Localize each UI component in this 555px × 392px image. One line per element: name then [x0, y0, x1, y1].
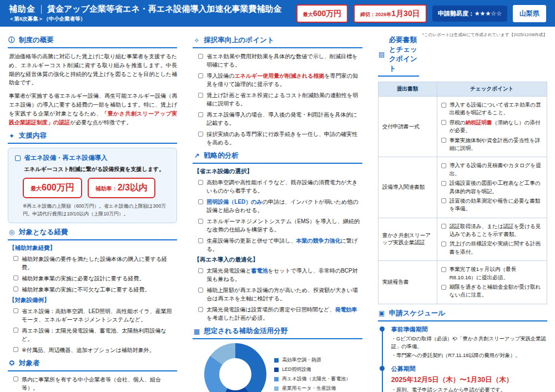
checklist-item: 設備設置後の図面や工程表など工事の具体的内容を明記。	[441, 179, 543, 195]
support-icon: ✦	[8, 132, 16, 140]
amount-pill: 最大600万円	[23, 178, 82, 198]
checkbox-icon	[441, 224, 446, 229]
section-title: 対象者	[19, 359, 40, 368]
text: 採択実績のある専門家に行政手続きを一任し、申請の確実性を高める。	[206, 131, 357, 145]
text: 太陽光発電設備は設置場所の選定や日照時間など、	[206, 306, 335, 313]
section-title: 支援内容	[19, 131, 47, 140]
text: 生産設備等の更新と併せて申請し、	[206, 238, 296, 244]
checkbox-icon	[198, 73, 203, 78]
support-card-title: 省エネ設備・再エネ設備導入	[15, 154, 170, 162]
text: 補助対象事業の実施に不可欠な工事に要する経費。	[22, 287, 150, 293]
table-row: 設備導入関連書類導入する設備の見積書やカタログを提出。設備設置後の図面や工程表な…	[378, 157, 547, 218]
support-card: 省エネ設備・再エネ設備導入 エネルギーコスト削減に繋がる設備投資を支援します。 …	[8, 148, 177, 223]
document-name-cell: 豊かさ共創スリーアップ実践企業認証	[378, 218, 437, 261]
support-pills: 最大600万円補助率：2/3以内	[23, 178, 170, 198]
text: 高効率空調や高性能ボイラなど、既存設備の消費電力が大きいものから着手する。	[206, 179, 357, 194]
checkbox-icon	[198, 180, 203, 185]
checklist-item: 採択実績のある専門家に行政手続きを一任し、申請の確実性を高める。	[198, 130, 362, 147]
pill-prefix: 補助率：	[95, 185, 118, 192]
timeline-bullet: ・GビズIDの取得（必須）や「豊かさ共創スリーアップ実践企業認証」の準備。	[391, 335, 547, 351]
text: 事業完了後1ヶ月以内（最長R8.10.16）に提出必須。	[450, 266, 517, 280]
checklist-item-text: 補助上限額が再エネ設備の方が高いため、投資額が大きい場合は再エネを主軸に検討する…	[206, 286, 362, 303]
text: 省エネ効果や費用対効果を具体的な数値で示し、削減目標を明確にする。	[206, 53, 357, 68]
info-icon: ⓘ	[8, 36, 16, 45]
subsection-heading: 【省エネ設備の選択】	[194, 168, 362, 175]
checklist-item-text: エネルギーマネジメントシステム（EMS）を導入し、継続的な改善の仕組みを構築する…	[206, 217, 362, 234]
documents-table-header-row: 提出書類 チェックポイント	[378, 82, 547, 97]
amount-pill: 補助率：2/3以内	[88, 178, 155, 198]
support-card-title-text: 省エネ設備・再エネ設備導入	[24, 154, 108, 162]
document-name-cell: 設備導入関連書類	[378, 157, 437, 218]
section-title: 採択率向上のポイント	[204, 36, 274, 45]
title-divider	[41, 5, 42, 14]
checklist-item-text: 補助対象事業の実施に必要な設計に要する経費。	[22, 274, 144, 283]
document-checks-cell: 導入する設備の見積書やカタログを提出。設備設置後の図面や工程表など工事の具体的内…	[437, 157, 547, 218]
checklist-item: 補助対象事業の実施に必要な設計に要する経費。	[13, 274, 177, 283]
checkbox-icon	[441, 242, 446, 247]
page-title: 賃金アップ企業等省エネ・再エネ設備導入加速化事業費補助金	[47, 4, 281, 14]
checklist-item: 導入する設備について省エネ効果の算出根拠を明記すること。	[441, 101, 543, 117]
page-header: 補助金 賃金アップ企業等省エネ・再エネ設備導入加速化事業費補助金 ＜第6次募集＞…	[0, 0, 555, 27]
text: 導入設備の	[206, 73, 234, 79]
category-label: 補助金	[9, 4, 36, 14]
checkbox-icon	[198, 93, 203, 98]
table-row: 実績報告書事業完了後1ヶ月以内（最長R8.10.16）に提出必須。期限を過ぎると…	[378, 261, 547, 304]
checklist-item-text: 設置後の効果測定や報告に必要な書類を準備。	[450, 197, 543, 213]
content-columns: ⓘ 制度の概要 原油価格等の高騰に対応した賃上げに取り組む事業者を支援するため、…	[0, 27, 555, 392]
legend-item: 高効率空調・熱源	[274, 357, 351, 364]
checkbox-icon	[198, 288, 203, 293]
text: 導入する設備の見積書やカタログを提出。	[450, 162, 541, 176]
checkbox-icon	[441, 163, 446, 168]
checkbox-icon	[198, 268, 203, 273]
checklist-item: 事業完了後1ヶ月以内（最長R8.10.16）に提出必須。	[441, 265, 543, 282]
document-checks-cell: 認証取得済み、または認証を受ける見込みであることを示す書類。賃上げの目標設定や実…	[437, 218, 547, 261]
max-amount-badge: 最大600万円	[296, 4, 348, 23]
checkbox-icon	[198, 132, 203, 137]
checklist-item-text: 補助対象事業の実施に不可欠な工事に要する経費。	[22, 285, 150, 294]
document-checks-cell: 事業完了後1ヶ月以内（最長R8.10.16）に提出必須。期限を過ぎると補助金全額…	[437, 261, 547, 304]
checklist-item-text: 採択実績のある専門家に行政手続きを一任し、申請の確実性を高める。	[206, 130, 362, 147]
section-title: 対象となる経費	[19, 228, 68, 237]
checklist-item-text: 賃上げの目標設定や実績に関する計画書を添付。	[450, 240, 543, 256]
timeline-phase: 事前準備期間・GビズIDの取得（必須）や「豊かさ共創スリーアップ実践企業認証」の…	[391, 325, 547, 360]
deadline-badge: 締切：2026年1月30日	[354, 4, 426, 23]
checklist-item: 事業実施体制や資金計画の妥当性を詳細に説明。	[441, 137, 543, 153]
checklist-item-text: 県内に事業所を有する中小企業者等（会社、個人、組合等）。	[22, 375, 177, 392]
audience-checklist: 県内に事業所を有する中小企業者等（会社、個人、組合等）。豊かさ共創スリーアップ実…	[8, 375, 177, 392]
text: 補助対象事業の実施に必要な設計に要する経費。	[22, 275, 144, 282]
checklist-item: 高効率空調や高性能ボイラなど、既存設備の消費電力が大きいものから着手する。	[198, 178, 362, 195]
page-subtitle: ＜第6次募集＞（中小企業者等）	[9, 16, 290, 23]
prefecture-badge: 山梨県	[513, 5, 546, 22]
text: 賃上げの目標設定や実績に関する計画書を添付。	[450, 240, 541, 254]
header-badges: 最大600万円 締切：2026年1月30日 申請難易度：★★★☆☆ 山梨県	[296, 4, 546, 23]
max-amount-prefix: 最大	[303, 12, 313, 17]
highlight-text: 2025年12月5日（木）〜1月30日（木）	[391, 376, 513, 384]
legend-swatch	[274, 377, 279, 381]
checklist-item: 省エネ効果や費用対効果を具体的な数値で示し、削減目標を明確にする。	[198, 52, 362, 69]
section-documents-heading: ▤ 必要書類とチェックポイント	[378, 36, 419, 77]
text: 補助対象設備の要件を満たした設備本体の購入に要する経費。	[22, 256, 167, 270]
text: ・原則、電子申請システムから申請が必要です。	[391, 387, 506, 392]
subsection-heading: 【再エネ導入の最適化】	[194, 256, 362, 264]
checkbox-icon	[13, 275, 18, 280]
text: 認証取得済み、または認証を受ける見込みであることを示す書類。	[450, 223, 541, 237]
checklist-item: 導入する設備の見積書やカタログを提出。	[441, 162, 543, 178]
section-title: 制度の概要	[19, 36, 54, 45]
timeline-phase: 公募期間2025年12月5日（木）〜1月30日（木）・原則、電子申請システムから…	[391, 365, 547, 392]
text: ・専門家への委託契約（R7.11.18以降の費用が対象）。	[391, 353, 521, 358]
checklist-item: 導入設備のエネルギー使用量が削減される根拠を専門家の知見を借りて論理的に提示する…	[198, 72, 362, 88]
highlight-text: 納税証明書	[466, 119, 492, 125]
section-fields-heading: ▦ 想定される補助金活用分野	[193, 326, 362, 339]
checkbox-icon	[441, 103, 446, 108]
section-analysis-heading: ↗ 戦略的分析	[193, 151, 362, 164]
checkbox-icon	[13, 308, 18, 313]
chart-legend: 高効率空調・熱源LED照明設備再エネ設備（太陽光・蓄電池）産業用モータ・生産設備	[274, 357, 351, 392]
documents-table: 提出書類 チェックポイント 交付申請書一式導入する設備について省エネ効果の算出根…	[378, 82, 547, 304]
support-card-desc: エネルギーコスト削減に繋がる設備投資を支援します。	[24, 165, 170, 173]
checkbox-icon	[13, 328, 18, 333]
checkbox-icon	[198, 112, 203, 117]
right-column: ▤ 必要書類とチェックポイント *このレポートは生成AIにて作成されています【2…	[370, 27, 555, 392]
people-icon: ✪	[8, 359, 16, 367]
schedule-timeline: 事前準備期間・GビズIDの取得（必須）や「豊かさ共創スリーアップ実践企業認証」の…	[380, 325, 547, 392]
checkbox-icon	[441, 120, 446, 125]
